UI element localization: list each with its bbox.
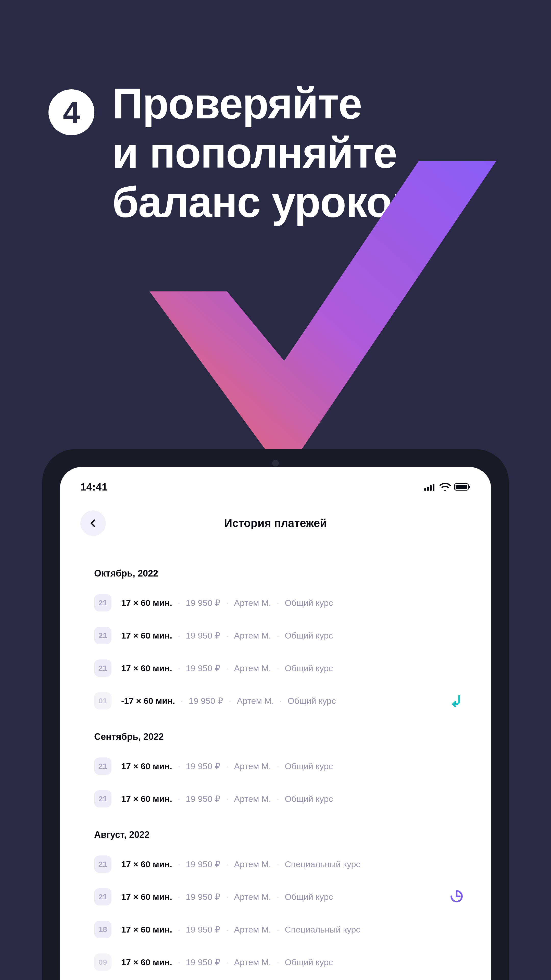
payments-list[interactable]: Октябрь, 20222117 × 60 мин.·19 950 ₽·Арт… — [60, 546, 491, 978]
separator-dot: · — [178, 924, 180, 935]
day-badge: 21 — [94, 856, 111, 873]
lesson-quantity: 17 × 60 мин. — [121, 598, 172, 608]
payment-price: 19 950 ₽ — [186, 663, 220, 673]
payment-row[interactable]: 2117 × 60 мин.·19 950 ₽·Артем М.·Общий к… — [80, 619, 471, 652]
student-name: Артем М. — [234, 598, 271, 608]
battery-icon — [454, 483, 471, 491]
separator-dot: · — [277, 761, 279, 771]
back-button[interactable] — [80, 511, 106, 536]
payment-row-text: 17 × 60 мин.·19 950 ₽·Артем М.·Общий кур… — [121, 761, 471, 771]
day-badge: 21 — [94, 594, 111, 611]
separator-dot: · — [226, 794, 228, 804]
separator-dot: · — [277, 859, 279, 869]
wifi-icon — [440, 483, 451, 491]
student-name: Артем М. — [234, 663, 271, 673]
course-name: Общий курс — [285, 761, 333, 771]
lesson-quantity: 17 × 60 мин. — [121, 924, 172, 935]
payment-row-text: 17 × 60 мин.·19 950 ₽·Артем М.·Общий кур… — [121, 957, 471, 967]
payment-price: 19 950 ₽ — [186, 630, 220, 641]
payment-row-text: -17 × 60 мин.·19 950 ₽·Артем М.·Общий ку… — [121, 696, 471, 706]
phone-screen: 14:41 — [60, 467, 491, 980]
day-number: 21 — [98, 598, 107, 607]
payment-price: 19 950 ₽ — [186, 761, 220, 771]
separator-dot: · — [226, 892, 228, 902]
payment-row[interactable]: 2117 × 60 мин.·19 950 ₽·Артем М.·Специал… — [80, 848, 471, 880]
pending-icon — [450, 890, 463, 903]
course-name: Общий курс — [285, 957, 333, 967]
lesson-quantity: -17 × 60 мин. — [121, 696, 175, 706]
payment-row-text: 17 × 60 мин.·19 950 ₽·Артем М.·Общий кур… — [121, 794, 471, 804]
row-status-icon — [450, 890, 463, 904]
payment-row[interactable]: 2117 × 60 мин.·19 950 ₽·Артем М.·Общий к… — [80, 750, 471, 783]
course-name: Общий курс — [285, 631, 333, 641]
separator-dot: · — [277, 924, 279, 935]
payment-price: 19 950 ₽ — [186, 957, 220, 967]
separator-dot: · — [226, 761, 228, 771]
course-name: Специальный курс — [285, 859, 360, 869]
payment-row[interactable]: 2117 × 60 мин.·19 950 ₽·Артем М.·Общий к… — [80, 587, 471, 619]
status-icons — [424, 483, 471, 491]
phone-camera-notch — [272, 460, 279, 466]
student-name: Артем М. — [234, 761, 271, 771]
payment-row[interactable]: 2117 × 60 мин.·19 950 ₽·Артем М.·Общий к… — [80, 880, 471, 913]
lesson-quantity: 17 × 60 мин. — [121, 631, 172, 641]
payment-row[interactable]: 01-17 × 60 мин.·19 950 ₽·Артем М.·Общий … — [80, 684, 471, 717]
separator-dot: · — [277, 663, 279, 673]
step-number: 4 — [63, 95, 80, 130]
separator-dot: · — [178, 957, 180, 967]
month-label: Август, 2022 — [80, 815, 471, 848]
payment-row-text: 17 × 60 мин.·19 950 ₽·Артем М.·Общий кур… — [121, 598, 471, 608]
day-badge: 21 — [94, 888, 111, 905]
lesson-quantity: 17 × 60 мин. — [121, 957, 172, 967]
payment-price: 19 950 ₽ — [186, 598, 220, 608]
student-name: Артем М. — [234, 957, 271, 967]
payment-row-text: 17 × 60 мин.·19 950 ₽·Артем М.·Специальн… — [121, 859, 471, 869]
status-time: 14:41 — [80, 481, 108, 493]
day-badge: 21 — [94, 627, 111, 644]
day-number: 18 — [98, 925, 107, 934]
course-name: Общий курс — [285, 892, 333, 902]
screen-header: История платежей — [60, 498, 491, 546]
day-number: 21 — [98, 892, 107, 901]
separator-dot: · — [229, 696, 231, 706]
day-badge: 21 — [94, 757, 111, 775]
row-status-icon — [450, 694, 463, 708]
svg-rect-3 — [433, 484, 434, 491]
lesson-quantity: 17 × 60 мин. — [121, 663, 172, 673]
month-label: Сентябрь, 2022 — [80, 717, 471, 750]
payment-row-text: 17 × 60 мин.·19 950 ₽·Артем М.·Общий кур… — [121, 663, 471, 673]
separator-dot: · — [226, 663, 228, 673]
separator-dot: · — [178, 794, 180, 804]
separator-dot: · — [279, 696, 282, 706]
separator-dot: · — [226, 598, 228, 608]
payment-price: 19 950 ₽ — [189, 696, 223, 706]
payment-row[interactable]: 2117 × 60 мин.·19 950 ₽·Артем М.·Общий к… — [80, 783, 471, 815]
lesson-quantity: 17 × 60 мин. — [121, 892, 172, 902]
separator-dot: · — [178, 598, 180, 608]
phone-frame: 14:41 — [42, 449, 509, 980]
separator-dot: · — [178, 761, 180, 771]
separator-dot: · — [181, 696, 183, 706]
payment-row[interactable]: 0917 × 60 мин.·19 950 ₽·Артем М.·Общий к… — [80, 946, 471, 978]
separator-dot: · — [277, 631, 279, 641]
separator-dot: · — [226, 924, 228, 935]
course-name: Общий курс — [285, 598, 333, 608]
payment-price: 19 950 ₽ — [186, 794, 220, 804]
separator-dot: · — [277, 794, 279, 804]
svg-rect-1 — [427, 487, 429, 491]
day-number: 21 — [98, 762, 107, 770]
student-name: Артем М. — [237, 696, 274, 706]
separator-dot: · — [226, 859, 228, 869]
payment-row-text: 17 × 60 мин.·19 950 ₽·Артем М.·Специальн… — [121, 924, 471, 935]
payment-row-text: 17 × 60 мин.·19 950 ₽·Артем М.·Общий кур… — [121, 630, 471, 641]
cellular-icon — [424, 483, 436, 491]
day-badge: 09 — [94, 953, 111, 971]
svg-rect-5 — [456, 485, 467, 489]
day-number: 09 — [98, 958, 107, 966]
separator-dot: · — [178, 892, 180, 902]
separator-dot: · — [277, 957, 279, 967]
course-name: Общий курс — [285, 663, 333, 673]
lesson-quantity: 17 × 60 мин. — [121, 794, 172, 804]
payment-row[interactable]: 2117 × 60 мин.·19 950 ₽·Артем М.·Общий к… — [80, 652, 471, 684]
payment-row[interactable]: 1817 × 60 мин.·19 950 ₽·Артем М.·Специал… — [80, 913, 471, 946]
